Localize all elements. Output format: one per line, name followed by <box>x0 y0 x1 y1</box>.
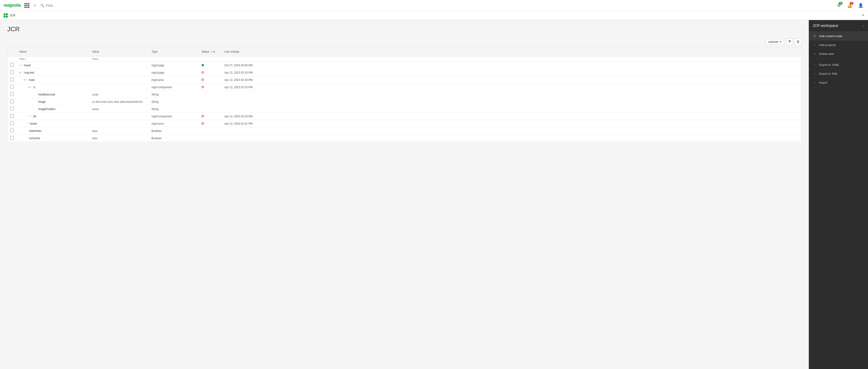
menu-item-add-content-node[interactable]: ⊞Add content node <box>809 32 868 40</box>
node-name-label: 00 <box>33 115 36 118</box>
name-column-header: Name <box>17 47 90 57</box>
user-menu-button[interactable]: 👤 <box>857 2 864 9</box>
last-change-cell: Apr 12, 2023 02:33 PM <box>222 113 802 120</box>
notifications-button[interactable]: 🔔 1 <box>846 2 854 9</box>
drag-handle-icon: ⠿ <box>30 115 32 118</box>
last-change-cell <box>222 98 802 105</box>
import-icon: → <box>813 81 817 84</box>
row-checkbox[interactable] <box>10 107 14 111</box>
status-cell <box>199 62 222 69</box>
row-checkbox[interactable] <box>10 85 14 89</box>
name-filter-input[interactable] <box>19 58 87 60</box>
menu-item-delete-item[interactable]: ×Delete item <box>809 50 868 58</box>
name-filter-cell[interactable] <box>17 57 90 62</box>
node-name-label: imagePosition <box>38 107 55 111</box>
status-cell <box>199 113 222 120</box>
panel-header: JCR workspace › <box>809 20 868 32</box>
close-button[interactable]: × <box>862 13 864 18</box>
menu-item-import[interactable]: →Import <box>809 78 868 87</box>
columns-button[interactable]: ☰ <box>795 38 802 45</box>
type-cell: Boolean <box>149 134 199 142</box>
panel-expand-icon[interactable]: › <box>863 24 864 28</box>
data-table: Name Value Type Status All <box>7 47 802 142</box>
expand-button[interactable]: ▾ <box>29 86 30 88</box>
node-name-label: main <box>29 79 35 82</box>
status-cell <box>199 84 222 91</box>
status-cell <box>199 127 222 134</box>
last-change-cell: Oct 27, 2015 04:58 PM <box>222 62 802 69</box>
status-dot <box>202 122 204 125</box>
status-filter-dropdown[interactable]: All <box>210 49 216 55</box>
status-dot <box>202 86 204 88</box>
filter-badge: 0 <box>839 2 842 5</box>
status-cell <box>199 98 222 105</box>
table-row: ○noCachefalseBoolean <box>7 134 802 142</box>
row-checkbox[interactable] <box>10 63 14 67</box>
node-name-label: footer <box>30 122 37 125</box>
status-cell <box>199 76 222 84</box>
expand-button[interactable]: ▾ <box>19 71 21 74</box>
export-xml-icon: → <box>813 72 817 75</box>
node-name-label: travel <box>24 64 31 67</box>
drag-handle-icon: ⠿ <box>26 79 28 82</box>
menu-item-export-xml[interactable]: →Export to XML <box>809 69 868 78</box>
expand-button[interactable]: ▾ <box>24 79 25 81</box>
last-change-cell: Apr 12, 2023 02:33 PM <box>222 69 802 76</box>
row-checkbox[interactable] <box>10 78 14 81</box>
nav-right-actions: ⚙ 0 🔔 1 👤 <box>835 2 864 9</box>
menu-item-export-yaml[interactable]: →Export to YAML <box>809 60 868 69</box>
checkbox-header <box>7 47 17 57</box>
user-icon: 👤 <box>858 3 863 8</box>
app-logo: magnolia <box>4 3 21 8</box>
table-row: ▾⠿mainmgnl:areaApr 12, 2023 02:33 PM <box>7 76 802 84</box>
table-row: ○imagejcr:363c7d35-23cb-49a1-b8da-8a0e5f… <box>7 98 802 105</box>
expand-button[interactable]: › <box>19 64 20 66</box>
value-cell: small <box>90 91 149 98</box>
row-checkbox[interactable] <box>10 92 14 96</box>
notification-badge: 1 <box>850 2 854 5</box>
row-checkbox[interactable] <box>10 99 14 103</box>
drag-handle-icon: ⠿ <box>27 122 29 125</box>
workspace-label: website <box>769 40 778 43</box>
workspace-dropdown[interactable]: website ▼ <box>766 39 784 44</box>
expand-button[interactable]: › <box>29 115 29 118</box>
property-icon: ○ <box>27 137 28 139</box>
status-dot <box>202 115 204 117</box>
delete-item-label: Delete item <box>819 52 834 56</box>
table-row: ○imagePositionbelowString <box>7 105 802 113</box>
value-cell <box>90 84 149 91</box>
row-checkbox[interactable] <box>10 114 14 118</box>
node-name-label: hideInNav <box>29 129 41 132</box>
last-change-cell <box>222 127 802 134</box>
content-area: JCR website ▼ ⧩ ☰ Name <box>0 20 809 369</box>
type-cell: Boolean <box>149 127 199 134</box>
row-checkbox[interactable] <box>10 129 14 132</box>
filter-button[interactable]: ⚙ 0 <box>835 2 842 9</box>
menu-item-add-property[interactable]: ○Add property <box>809 40 868 50</box>
drag-handle-icon: ⠿ <box>21 64 23 67</box>
page-title: JCR <box>7 26 802 33</box>
value-cell <box>90 62 149 69</box>
value-cell <box>90 113 149 120</box>
row-checkbox[interactable] <box>10 136 14 140</box>
value-filter-cell[interactable] <box>90 57 149 62</box>
type-cell: String <box>149 98 199 105</box>
grid-icon[interactable] <box>24 3 29 8</box>
drag-handle-icon: ⠿ <box>31 86 33 89</box>
add-property-icon: ○ <box>813 43 817 47</box>
favorites-icon[interactable]: ☆ <box>33 3 37 8</box>
filter-toggle-button[interactable]: ⧩ <box>786 38 793 45</box>
search-icon: 🔍 <box>40 4 44 7</box>
add-content-node-label: Add content node <box>819 34 842 38</box>
last-change-cell: Apr 12, 2023 02:33 PM <box>222 84 802 91</box>
value-filter-input[interactable] <box>92 58 146 60</box>
property-icon: ○ <box>36 108 37 110</box>
row-checkbox[interactable] <box>10 121 14 125</box>
search-bar: 🔍 <box>40 4 131 7</box>
type-cell: mgnl:page <box>149 62 199 69</box>
table-row: ▾⠿img-testmgnl:pageApr 12, 2023 02:33 PM <box>7 69 802 76</box>
panel-title: JCR workspace <box>813 24 838 28</box>
search-input[interactable] <box>46 4 131 7</box>
row-checkbox[interactable] <box>10 70 14 74</box>
top-navigation: magnolia ☆ 🔍 ⚙ 0 🔔 1 👤 <box>0 0 868 11</box>
